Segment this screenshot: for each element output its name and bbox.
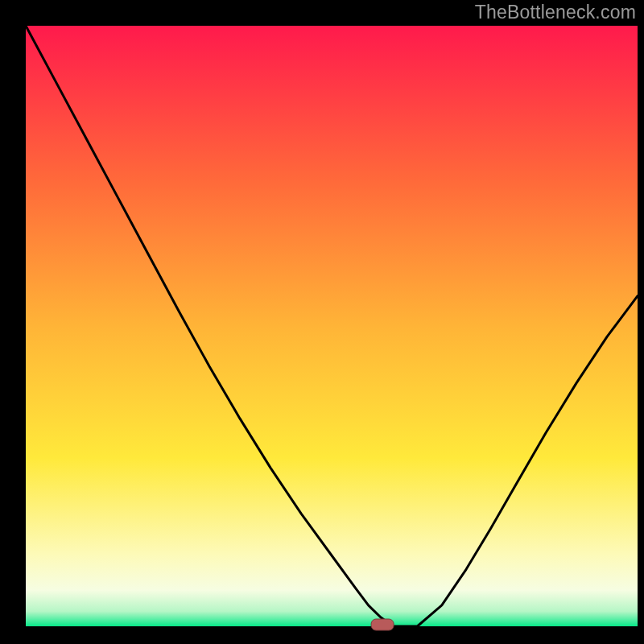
watermark-text: TheBottleneck.com <box>475 2 636 23</box>
bottleneck-chart <box>0 0 644 644</box>
optimal-marker <box>371 619 394 630</box>
chart-container: TheBottleneck.com <box>0 0 644 644</box>
plot-background <box>26 26 638 626</box>
